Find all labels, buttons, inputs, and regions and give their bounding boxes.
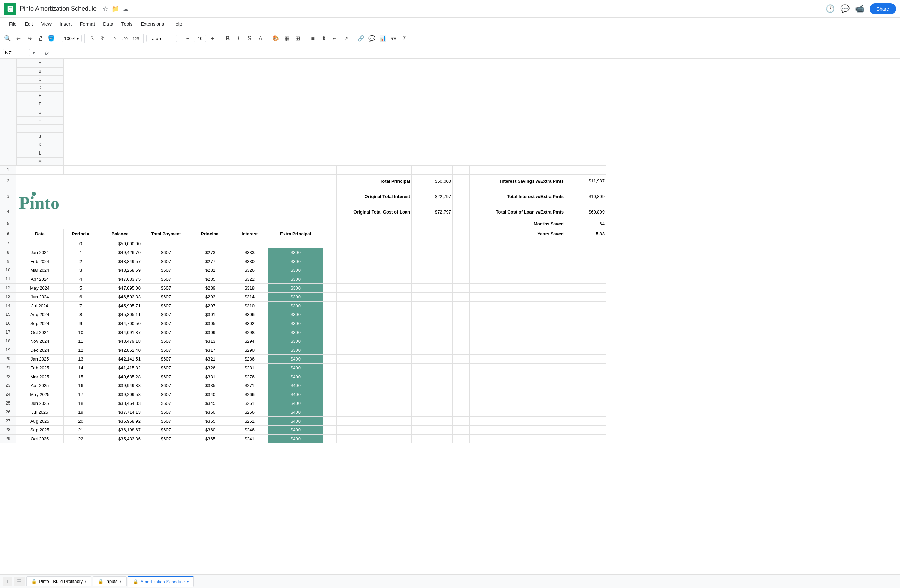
cell-date-7[interactable]: Jul 2024 <box>16 301 64 310</box>
cell-l-0[interactable] <box>470 239 565 248</box>
format-123-button[interactable]: 123 <box>131 34 141 43</box>
cell-period-7[interactable]: 7 <box>64 301 98 310</box>
col-h-header[interactable]: H <box>16 116 64 124</box>
cell-payment-3[interactable]: $607 <box>142 266 190 275</box>
cell-balance-6[interactable]: $46,502.33 <box>98 292 142 301</box>
grid-scroll[interactable]: A B C D E F G H I J K L M 1 <box>0 59 900 574</box>
cell-date-19[interactable]: Jul 2025 <box>16 408 64 416</box>
cell-extra-6[interactable]: $300 <box>268 292 323 301</box>
cell-l-5[interactable] <box>470 284 565 292</box>
cell-h-7[interactable] <box>323 301 337 310</box>
cell-interest-7[interactable]: $310 <box>231 301 268 310</box>
cell-l-15[interactable] <box>470 372 565 381</box>
cell-h-1[interactable] <box>323 248 337 257</box>
cell-l-7[interactable] <box>470 301 565 310</box>
insert-comment-button[interactable]: 💬 <box>367 34 377 43</box>
cell-m1[interactable] <box>565 165 606 174</box>
cell-extra-5[interactable]: $300 <box>268 284 323 292</box>
cell-date-20[interactable]: Aug 2025 <box>16 416 64 425</box>
cell-principal-20[interactable]: $355 <box>190 416 231 425</box>
cell-h-14[interactable] <box>323 363 337 372</box>
cell-interest-21[interactable]: $246 <box>231 425 268 434</box>
cell-period-12[interactable]: 12 <box>64 346 98 354</box>
cell-interest-19[interactable]: $256 <box>231 408 268 416</box>
cell-k-20[interactable] <box>453 416 470 425</box>
cell-h-11[interactable] <box>323 337 337 346</box>
fill-color-button[interactable]: 🎨 <box>271 34 281 43</box>
cell-interest-22[interactable]: $241 <box>231 434 268 443</box>
cell-balance-2[interactable]: $48,849.57 <box>98 257 142 266</box>
cell-extra-20[interactable]: $400 <box>268 416 323 425</box>
cell-l-9[interactable] <box>470 319 565 328</box>
cell-interest-12[interactable]: $290 <box>231 346 268 354</box>
cell-m4-value[interactable]: $60,809 <box>565 205 606 219</box>
cell-i-22[interactable] <box>337 434 412 443</box>
cell-date-10[interactable]: Oct 2024 <box>16 328 64 337</box>
menu-edit[interactable]: Edit <box>22 20 37 28</box>
cell-payment-6[interactable]: $607 <box>142 292 190 301</box>
tab-amortization[interactable]: 🔒 Amortization Schedule ▾ <box>128 576 194 586</box>
cell-b1[interactable] <box>64 165 98 174</box>
cell-i-5[interactable] <box>337 284 412 292</box>
cell-payment-7[interactable]: $607 <box>142 301 190 310</box>
menu-data[interactable]: Data <box>99 20 117 28</box>
cell-a1[interactable] <box>16 165 64 174</box>
cell-extra-11[interactable]: $300 <box>268 337 323 346</box>
cell-j-9[interactable] <box>412 319 453 328</box>
header-date[interactable]: Date <box>16 229 64 239</box>
decimal-inc-button[interactable]: .0 <box>109 34 119 43</box>
cell-l-1[interactable] <box>470 248 565 257</box>
cell-k-8[interactable] <box>453 310 470 319</box>
cell-period-6[interactable]: 6 <box>64 292 98 301</box>
cell-l-14[interactable] <box>470 363 565 372</box>
redo-button[interactable]: ↪ <box>25 34 34 43</box>
add-sheet-button[interactable]: + <box>3 577 12 586</box>
cell-interest-2[interactable]: $330 <box>231 257 268 266</box>
cell-payment-9[interactable]: $607 <box>142 319 190 328</box>
header-principal[interactable]: Principal <box>190 229 231 239</box>
cell-j-15[interactable] <box>412 372 453 381</box>
cell-m-22[interactable] <box>565 434 606 443</box>
cell-principal-5[interactable]: $289 <box>190 284 231 292</box>
chart-button[interactable]: 📊 <box>378 34 388 43</box>
cell-interest-13[interactable]: $286 <box>231 354 268 363</box>
cell-l-6[interactable] <box>470 292 565 301</box>
font-size-decrease[interactable]: − <box>183 34 192 43</box>
cell-period-18[interactable]: 18 <box>64 399 98 408</box>
cell-m-0[interactable] <box>565 239 606 248</box>
cell-h-4[interactable] <box>323 275 337 284</box>
cell-payment-20[interactable]: $607 <box>142 416 190 425</box>
cell-l5-label[interactable]: Months Saved <box>470 219 565 229</box>
name-box-caret[interactable]: ▾ <box>33 50 35 55</box>
cell-h-15[interactable] <box>323 372 337 381</box>
cell-l-4[interactable] <box>470 275 565 284</box>
menu-tools[interactable]: Tools <box>118 20 136 28</box>
cell-h-8[interactable] <box>323 310 337 319</box>
cell-k-13[interactable] <box>453 354 470 363</box>
cell-m-9[interactable] <box>565 319 606 328</box>
cell-interest-5[interactable]: $318 <box>231 284 268 292</box>
cell-m3-value[interactable]: $10,809 <box>565 188 606 205</box>
cell-date-3[interactable]: Mar 2024 <box>16 266 64 275</box>
cell-j-13[interactable] <box>412 354 453 363</box>
cell-date-1[interactable]: Jan 2024 <box>16 248 64 257</box>
cell-j-10[interactable] <box>412 328 453 337</box>
cell-k-21[interactable] <box>453 425 470 434</box>
cell-i4-label[interactable]: Original Total Cost of Loan <box>337 205 412 219</box>
cell-balance-22[interactable]: $35,433.36 <box>98 434 142 443</box>
cell-h-22[interactable] <box>323 434 337 443</box>
cell-l-16[interactable] <box>470 381 565 390</box>
cell-l-13[interactable] <box>470 354 565 363</box>
cell-k-2[interactable] <box>453 257 470 266</box>
cell-interest-16[interactable]: $271 <box>231 381 268 390</box>
cell-h-9[interactable] <box>323 319 337 328</box>
cell-principal-18[interactable]: $345 <box>190 399 231 408</box>
cell-period-20[interactable]: 20 <box>64 416 98 425</box>
cell-balance-9[interactable]: $44,700.50 <box>98 319 142 328</box>
cell-date-4[interactable]: Apr 2024 <box>16 275 64 284</box>
formula-button[interactable]: Σ <box>400 34 410 43</box>
cell-j-19[interactable] <box>412 408 453 416</box>
menu-extensions[interactable]: Extensions <box>137 20 167 28</box>
cell-balance-15[interactable]: $40,685.28 <box>98 372 142 381</box>
cell-payment-17[interactable]: $607 <box>142 390 190 399</box>
